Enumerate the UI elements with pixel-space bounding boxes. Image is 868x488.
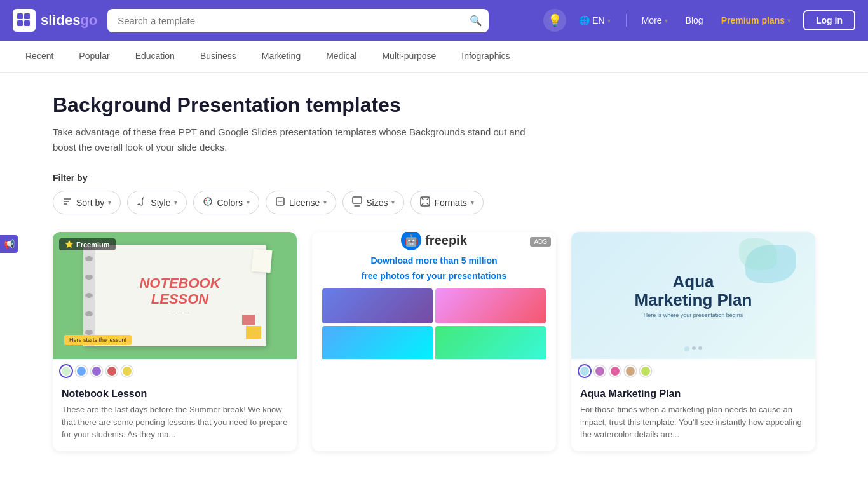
header-actions: 💡 🌐 EN ▾ More ▾ Blog Premium plans ▾ Log…	[543, 9, 855, 32]
svg-point-8	[206, 200, 207, 201]
card-title: Aqua Marketing Plan	[580, 388, 806, 400]
formats-chevron-icon: ▾	[471, 199, 474, 206]
sizes-button[interactable]: Sizes ▾	[342, 191, 404, 214]
main-content: Background Presentation templates Take a…	[27, 73, 841, 471]
premium-link[interactable]: Premium plans ▾	[716, 11, 796, 29]
blog-link[interactable]: Blog	[681, 11, 709, 29]
colors-label: Colors	[217, 198, 242, 208]
divider	[626, 14, 627, 27]
freepik-photo-2	[435, 288, 546, 323]
login-button[interactable]: Log in	[803, 10, 855, 30]
filter-label: Filter by	[53, 173, 815, 183]
card-thumbnail: AquaMarketing Plan Here is where your pr…	[571, 232, 815, 359]
page-description: Take advantage of these free PPT and Goo…	[53, 125, 548, 155]
svg-point-10	[207, 202, 208, 203]
search-button[interactable]: 🔍	[470, 15, 482, 27]
nav-item-infographics[interactable]: Infographics	[449, 41, 522, 72]
freepik-photos	[322, 288, 546, 359]
card-title: Notebook Lesson	[62, 388, 288, 400]
palette-icon	[203, 196, 213, 208]
freepik-thumbnail: 🤖 freepik Download more than 5 million f…	[312, 232, 556, 359]
aqua-subtitle: Here is where your presentation begins	[635, 312, 752, 318]
freemium-badge: ⭐ Freemium	[59, 238, 116, 250]
more-button[interactable]: More ▾	[637, 11, 673, 29]
nav-item-recent[interactable]: Recent	[13, 41, 66, 72]
aqua-text: AquaMarketing Plan Here is where your pr…	[635, 273, 752, 318]
search-bar: 🔍	[107, 9, 489, 32]
globe-icon: 🌐	[579, 15, 590, 25]
color-swatch-1[interactable]	[594, 365, 606, 377]
color-swatch-0[interactable]	[579, 365, 590, 377]
color-swatch-3[interactable]	[106, 365, 118, 377]
freepik-name: freepik	[425, 233, 467, 248]
notebook-title-text: NOTEBOOKLESSON	[139, 276, 220, 306]
svg-point-7	[204, 198, 212, 205]
nav-item-multipurpose[interactable]: Multi-purpose	[369, 41, 449, 72]
svg-rect-2	[17, 20, 23, 26]
notebook-yellow-sticker	[246, 326, 261, 339]
license-button[interactable]: License ▾	[266, 191, 336, 214]
color-swatch-4[interactable]	[640, 365, 651, 377]
svg-rect-3	[24, 20, 30, 26]
nav-item-popular[interactable]: Popular	[66, 41, 122, 72]
card-notebook-lesson[interactable]: NOTEBOOKLESSON — — — Here starts the les…	[53, 232, 297, 451]
nav-item-business[interactable]: Business	[187, 41, 249, 72]
card-thumbnail: NOTEBOOKLESSON — — — Here starts the les…	[53, 232, 297, 359]
formats-label: Formats	[434, 198, 466, 208]
freepik-photo-4	[435, 326, 546, 359]
color-swatch-3[interactable]	[625, 365, 636, 377]
freepik-icon: 🤖	[401, 232, 421, 250]
formats-button[interactable]: Formats ▾	[410, 191, 483, 214]
more-chevron-icon: ▾	[665, 17, 668, 24]
cards-grid: NOTEBOOKLESSON — — — Here starts the les…	[53, 232, 815, 451]
logo-icon	[13, 9, 36, 32]
aqua-blob2	[739, 238, 777, 270]
card-thumbnail: 🤖 freepik Download more than 5 million f…	[312, 232, 556, 359]
license-label: License	[289, 198, 320, 208]
notebook-inner: NOTEBOOKLESSON — — —	[83, 245, 266, 346]
freepik-logo: 🤖 freepik	[401, 232, 467, 250]
sort-by-label: Sort by	[76, 198, 104, 208]
license-chevron-icon: ▾	[323, 199, 327, 206]
aqua-decorative-dots	[684, 346, 702, 351]
color-swatch-2[interactable]	[609, 365, 621, 377]
main-nav: Recent Popular Education Business Market…	[0, 41, 868, 73]
sizes-label: Sizes	[366, 198, 388, 208]
language-selector[interactable]: 🌐 EN ▾	[574, 11, 615, 29]
colors-button[interactable]: Colors ▾	[193, 191, 259, 214]
color-swatch-2[interactable]	[91, 365, 102, 377]
svg-rect-12	[353, 197, 362, 203]
card-description: For those times when a marketing plan ne…	[580, 403, 806, 441]
nav-item-medical[interactable]: Medical	[313, 41, 369, 72]
brush-icon	[137, 196, 147, 208]
card-aqua-marketing[interactable]: AquaMarketing Plan Here is where your pr…	[571, 232, 815, 451]
aqua-thumbnail: AquaMarketing Plan Here is where your pr…	[571, 232, 815, 359]
megaphone-icon: 📢	[4, 239, 15, 249]
color-swatch-4[interactable]	[121, 365, 133, 377]
style-chevron-icon: ▾	[174, 199, 177, 206]
nav-item-education[interactable]: Education	[123, 41, 187, 72]
color-swatch-0[interactable]	[60, 365, 72, 377]
search-input[interactable]	[107, 9, 489, 32]
page-title: Background Presentation templates	[53, 93, 815, 117]
bulb-button[interactable]: 💡	[543, 9, 566, 32]
style-label: Style	[151, 198, 170, 208]
notebook-thumbnail: NOTEBOOKLESSON — — — Here starts the les…	[53, 232, 297, 359]
color-swatch-1[interactable]	[76, 365, 87, 377]
card-colors	[571, 359, 815, 383]
card-body: Aqua Marketing Plan For those times when…	[571, 383, 815, 451]
style-button[interactable]: Style ▾	[127, 191, 187, 214]
freepik-text1: Download more than 5 million	[370, 255, 497, 266]
svg-point-9	[209, 200, 210, 201]
sizes-icon	[352, 196, 362, 208]
card-freepik-ad[interactable]: 🤖 freepik Download more than 5 million f…	[312, 232, 556, 451]
notebook-pink-sticker	[242, 315, 255, 325]
star-icon: ⭐	[65, 240, 74, 248]
nav-item-marketing[interactable]: Marketing	[249, 41, 313, 72]
logo[interactable]: slidesgo	[13, 9, 97, 32]
language-label: EN	[592, 15, 604, 25]
side-promo-button[interactable]: 📢	[0, 235, 18, 253]
sort-by-button[interactable]: Sort by ▾	[53, 191, 121, 214]
freepik-photo-1	[322, 288, 433, 323]
svg-rect-0	[17, 13, 23, 19]
